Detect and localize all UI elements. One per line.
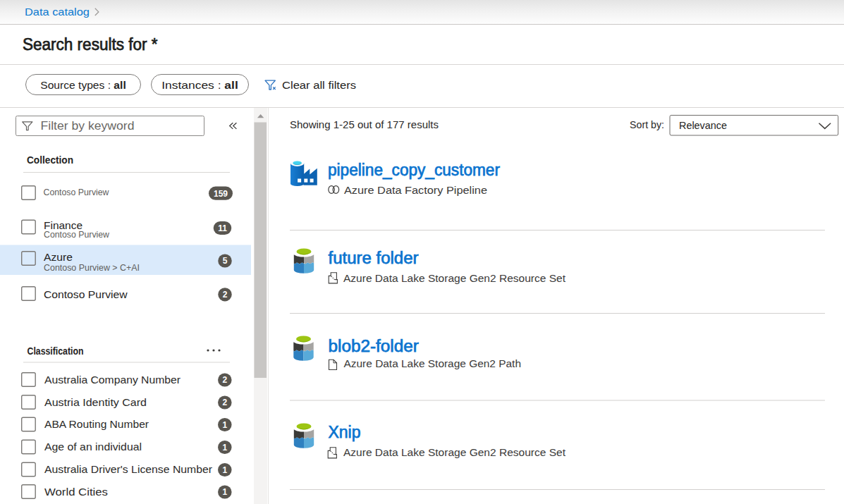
svg-text:2: 2: [222, 398, 227, 407]
svg-text:Azure: Azure: [44, 251, 73, 263]
svg-text:1: 1: [222, 443, 227, 453]
svg-text:Classification: Classification: [27, 345, 84, 357]
svg-text:future folder: future folder: [329, 249, 419, 267]
svg-text:Australia Driver's License Num: Australia Driver's License Number: [44, 463, 212, 475]
svg-text:Clear all filters: Clear all filters: [282, 79, 356, 91]
svg-text:5: 5: [223, 256, 228, 266]
svg-text:pipeline_copy_customer: pipeline_copy_customer: [328, 161, 500, 179]
svg-text:Azure Data Lake Storage Gen2 P: Azure Data Lake Storage Gen2 Path: [344, 357, 522, 369]
svg-text:2: 2: [223, 290, 228, 300]
svg-text:1: 1: [222, 420, 227, 430]
svg-text:Collection: Collection: [27, 154, 73, 166]
svg-text:Contoso Purview > C+AI: Contoso Purview > C+AI: [44, 263, 140, 273]
svg-text:1: 1: [222, 487, 227, 497]
svg-text:11: 11: [218, 223, 227, 233]
svg-text:159: 159: [214, 189, 228, 199]
svg-text:2: 2: [222, 375, 227, 385]
svg-text:Azure Data Lake Storage Gen2 R: Azure Data Lake Storage Gen2 Resource Se…: [343, 446, 566, 458]
svg-text:Austria Identity Card: Austria Identity Card: [44, 396, 147, 408]
svg-text:Relevance: Relevance: [679, 119, 727, 131]
svg-text:Contoso Purview: Contoso Purview: [44, 288, 128, 300]
svg-text:Azure Data Lake Storage Gen2 R: Azure Data Lake Storage Gen2 Resource Se…: [343, 272, 566, 284]
svg-text:Instances : all: Instances : all: [161, 79, 238, 91]
svg-text:Contoso Purview: Contoso Purview: [44, 188, 109, 197]
svg-text:Age of an individual: Age of an individual: [44, 441, 142, 453]
svg-text:1: 1: [222, 465, 227, 475]
svg-text:Showing 1-25 out of 177 result: Showing 1-25 out of 177 results: [290, 118, 439, 130]
svg-text:Source types : all: Source types : all: [40, 79, 126, 91]
svg-text:blob2-folder: blob2-folder: [329, 337, 420, 355]
svg-text:Filter by keyword: Filter by keyword: [41, 120, 135, 132]
svg-text:Contoso Purview: Contoso Purview: [44, 230, 109, 240]
svg-text:Data catalog: Data catalog: [25, 6, 90, 18]
svg-text:World Cities: World Cities: [44, 486, 108, 498]
svg-text:Azure Data Factory Pipeline: Azure Data Factory Pipeline: [344, 184, 487, 196]
svg-text:Australia Company Number: Australia Company Number: [44, 374, 181, 386]
svg-text:Xnip: Xnip: [329, 423, 361, 441]
svg-text:ABA Routing Number: ABA Routing Number: [44, 418, 149, 430]
svg-text:Sort by:: Sort by:: [630, 118, 664, 130]
svg-text:Search results for *: Search results for *: [23, 35, 158, 54]
